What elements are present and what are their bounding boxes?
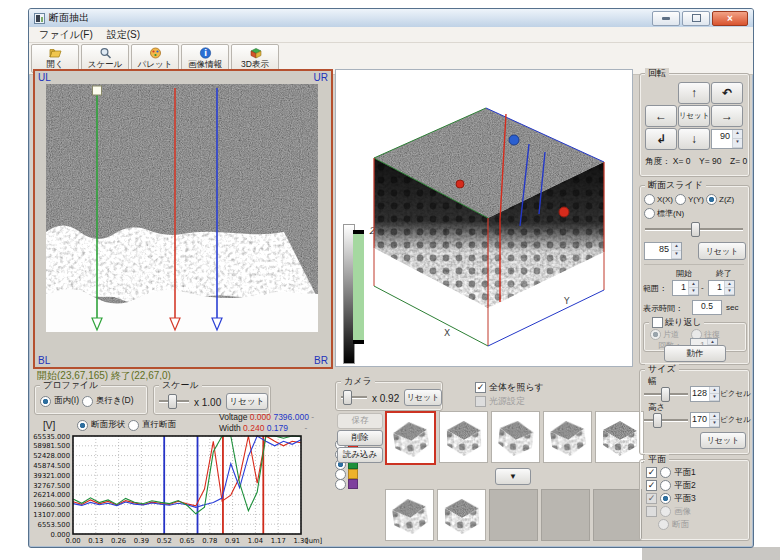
range-start-spinner[interactable]: 1 ▲▼ bbox=[672, 280, 699, 296]
x-tick-label: 0.91 bbox=[225, 537, 240, 545]
transfer-down-button[interactable]: ▼ bbox=[495, 468, 531, 485]
height-slider[interactable] bbox=[644, 413, 688, 426]
plane-checkbox[interactable] bbox=[646, 480, 657, 491]
slice-reset-button[interactable]: リセット bbox=[698, 242, 746, 260]
rotate-cw-button[interactable]: ↲ bbox=[645, 128, 677, 150]
volume-3d-panel[interactable]: Z bbox=[335, 69, 633, 367]
minimize-button[interactable] bbox=[652, 11, 680, 26]
rotate-down-button[interactable]: ↓ bbox=[678, 128, 710, 150]
delete-button[interactable]: 削除 bbox=[337, 430, 383, 446]
y-tick-label: 39321.000 bbox=[33, 472, 70, 480]
size-group: サイズ 幅 128 ▲▼ ピクセル 高さ 170 ▲▼ ピクセル リセット bbox=[639, 369, 750, 455]
one-way-radio[interactable] bbox=[650, 329, 661, 340]
legend-radio[interactable] bbox=[335, 479, 346, 490]
axis-y-radio[interactable] bbox=[675, 194, 686, 205]
plane-radio[interactable] bbox=[660, 506, 671, 517]
display-time-field[interactable]: 0.5 bbox=[692, 300, 722, 315]
rotate-up-button[interactable]: ↑ bbox=[678, 82, 710, 104]
green-cursor-handle[interactable] bbox=[93, 86, 102, 95]
plane-radio[interactable] bbox=[660, 493, 671, 504]
corner-arrow-icon: ↲ bbox=[656, 132, 666, 146]
thumbnail-cube-image bbox=[492, 413, 538, 461]
plane-checkbox[interactable] bbox=[646, 506, 657, 517]
corner-label-ul: UL bbox=[38, 72, 51, 83]
desktop: { "window": {"title": "断面抽出"}, "menu": {… bbox=[0, 0, 780, 560]
width-spinner[interactable]: 128 ▲▼ bbox=[690, 386, 720, 402]
cube-3d-icon bbox=[249, 47, 262, 59]
saved-thumbnail-5[interactable] bbox=[593, 489, 642, 541]
plane-radio[interactable] bbox=[660, 480, 671, 491]
slice-position-value: 85 bbox=[645, 243, 671, 259]
ortho-section-radio[interactable] bbox=[128, 420, 139, 431]
plane-row-2: 平面2 bbox=[646, 479, 744, 492]
plane-radio[interactable] bbox=[658, 519, 669, 530]
rotation-step-spinner[interactable]: 90 ▲▼ bbox=[711, 129, 743, 149]
camera-reset-button[interactable]: リセット bbox=[404, 389, 442, 406]
rotate-left-button[interactable]: ← bbox=[645, 105, 677, 127]
slice-position-spinner[interactable]: 85 ▲▼ bbox=[644, 242, 682, 260]
menu-settings[interactable]: 設定(S) bbox=[101, 27, 146, 43]
cross-section-image bbox=[46, 84, 318, 332]
plane-row-5: 断面 bbox=[646, 518, 744, 531]
plane-checkbox[interactable] bbox=[646, 493, 657, 504]
x-tick-label: 0.26 bbox=[111, 537, 126, 545]
scale-group: スケール x 1.00 リセット bbox=[153, 385, 271, 415]
slice-thumbnail-1[interactable] bbox=[385, 411, 436, 465]
scale-reset-button[interactable]: リセット bbox=[226, 393, 268, 410]
depth-radio[interactable] bbox=[82, 396, 93, 407]
load-button[interactable]: 読み込み bbox=[337, 447, 383, 463]
inplane-radio[interactable] bbox=[40, 396, 51, 407]
action-button[interactable]: 動作 bbox=[664, 345, 726, 362]
blue-marker-sphere[interactable] bbox=[509, 135, 519, 145]
repeat-checkbox[interactable] bbox=[652, 317, 663, 328]
profile-chart-block: [V] 断面形状 直行断面 Voltage 0.000 7396.000 - W… bbox=[33, 415, 365, 545]
slice-position-slider[interactable] bbox=[645, 222, 743, 235]
size-reset-button[interactable]: リセット bbox=[700, 432, 746, 449]
section-image-panel[interactable]: UL UR BL BR bbox=[33, 69, 333, 369]
scale-group-title: スケール bbox=[159, 380, 202, 391]
y-tick-label: 45874.500 bbox=[33, 462, 70, 470]
slice-thumbnail-3[interactable] bbox=[491, 411, 540, 463]
voltage-extra: - bbox=[311, 412, 314, 422]
rotate-ccw-button[interactable]: ↶ bbox=[711, 82, 743, 104]
menu-file[interactable]: ファイル(F) bbox=[33, 27, 99, 43]
legend-item-3[interactable] bbox=[335, 469, 358, 479]
saved-thumbnail-3[interactable] bbox=[489, 489, 538, 541]
height-spinner[interactable]: 170 ▲▼ bbox=[690, 412, 720, 428]
rotation-reset-button[interactable]: リセット bbox=[678, 105, 710, 127]
light-config-checkbox[interactable] bbox=[475, 396, 486, 407]
plane-radio[interactable] bbox=[660, 467, 671, 478]
undo-arrow-icon: ↶ bbox=[722, 86, 732, 100]
maximize-button[interactable] bbox=[682, 11, 710, 26]
voltage-max: 7396.000 bbox=[273, 412, 308, 422]
camera-slider[interactable] bbox=[341, 390, 367, 403]
slice-thumbnail-2[interactable] bbox=[439, 411, 488, 463]
width-slider[interactable] bbox=[644, 387, 688, 400]
section-shape-radio[interactable] bbox=[77, 420, 88, 431]
title-bar[interactable]: 断面抽出 × bbox=[29, 9, 753, 27]
rotate-right-button[interactable]: → bbox=[711, 105, 743, 127]
rotation-group-title: 回転 bbox=[645, 68, 669, 79]
red-marker-sphere-1[interactable] bbox=[456, 180, 464, 188]
plane-checkbox[interactable] bbox=[646, 467, 657, 478]
saved-thumbnail-1[interactable] bbox=[385, 489, 434, 541]
axis-z-radio[interactable] bbox=[706, 194, 717, 205]
range-end-spinner[interactable]: 1 ▲▼ bbox=[708, 280, 735, 296]
close-button[interactable]: × bbox=[712, 11, 748, 26]
desktop-background bbox=[642, 547, 780, 560]
x-tick-label: 0.13 bbox=[88, 537, 103, 545]
save-button[interactable]: 保存 bbox=[337, 413, 383, 429]
saved-thumbnail-2[interactable] bbox=[437, 489, 486, 541]
legend-item-4[interactable] bbox=[335, 479, 358, 489]
slice-thumbnail-5[interactable] bbox=[595, 411, 644, 463]
legend-radio[interactable] bbox=[335, 469, 346, 480]
red-marker-sphere-2[interactable] bbox=[559, 207, 569, 217]
axis-x-radio[interactable] bbox=[644, 194, 655, 205]
slice-thumbnail-4[interactable] bbox=[543, 411, 592, 463]
scale-slider[interactable] bbox=[159, 394, 189, 407]
light-all-checkbox[interactable] bbox=[475, 382, 486, 393]
saved-thumbnail-4[interactable] bbox=[541, 489, 590, 541]
standard-axis-radio[interactable] bbox=[644, 208, 655, 219]
profile-chart: 65535.00058981.50052428.00045874.5003932… bbox=[33, 434, 331, 545]
scale-value: x 1.00 bbox=[194, 397, 221, 408]
